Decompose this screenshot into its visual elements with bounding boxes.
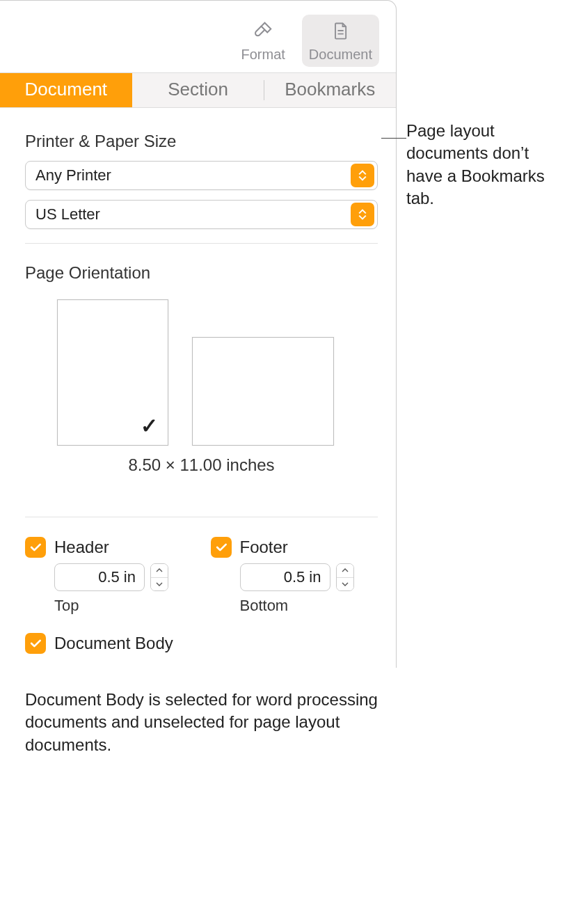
- document-label: Document: [309, 47, 372, 63]
- inspector-tabs: Document Section Bookmarks: [0, 72, 396, 108]
- footer-margin-stepper[interactable]: [336, 563, 354, 591]
- bottom-label: Bottom: [240, 597, 378, 615]
- paper-value: US Letter: [35, 205, 100, 224]
- divider: [25, 243, 378, 244]
- header-margin-stepper[interactable]: [150, 563, 168, 591]
- inspector-toolbar: Format Document: [0, 1, 396, 72]
- footer-label: Footer: [240, 538, 288, 557]
- chevron-down-icon: [151, 577, 168, 591]
- printer-popup[interactable]: Any Printer: [25, 161, 378, 190]
- footer-margin-input[interactable]: 0.5 in: [240, 563, 330, 591]
- checkmark-icon: ✓: [141, 414, 158, 438]
- updown-arrows-icon: [351, 164, 374, 187]
- document-body-checkbox[interactable]: [25, 633, 46, 654]
- document-toolbar-button[interactable]: Document: [302, 15, 379, 67]
- header-margin-input[interactable]: 0.5 in: [54, 563, 145, 591]
- callout-bookmarks: Page layout documents don’t have a Bookm…: [406, 120, 566, 210]
- header-label: Header: [54, 538, 109, 557]
- printer-paper-heading: Printer & Paper Size: [25, 132, 378, 151]
- paper-size-popup[interactable]: US Letter: [25, 200, 378, 229]
- tab-bookmarks[interactable]: Bookmarks: [264, 73, 396, 107]
- page-dimensions: 8.50 × 11.00 inches: [25, 455, 378, 475]
- orientation-landscape-button[interactable]: [192, 337, 334, 446]
- footer-margin-value: 0.5 in: [284, 568, 321, 586]
- footer-checkbox[interactable]: [211, 537, 232, 558]
- orientation-portrait-button[interactable]: ✓: [57, 299, 168, 446]
- document-icon: [328, 19, 352, 42]
- printer-value: Any Printer: [35, 166, 111, 185]
- format-label: Format: [241, 47, 285, 63]
- tab-section[interactable]: Section: [132, 73, 264, 107]
- brush-icon: [251, 19, 275, 42]
- callout-leader: [381, 138, 406, 139]
- header-margin-value: 0.5 in: [98, 568, 136, 586]
- top-label: Top: [54, 597, 193, 615]
- document-inspector-panel: Format Document Document Section Bookmar…: [0, 0, 397, 668]
- divider: [25, 517, 378, 517]
- updown-arrows-icon: [351, 203, 374, 226]
- chevron-up-icon: [151, 564, 168, 577]
- orientation-choices: ✓: [57, 299, 378, 446]
- chevron-up-icon: [337, 564, 353, 577]
- format-toolbar-button[interactable]: Format: [234, 15, 292, 67]
- callout-document-body: Document Body is selected for word proce…: [25, 689, 415, 756]
- chevron-down-icon: [337, 577, 353, 591]
- header-checkbox[interactable]: [25, 537, 46, 558]
- orientation-heading: Page Orientation: [25, 263, 378, 283]
- inspector-content: Printer & Paper Size Any Printer US Lett…: [0, 108, 396, 668]
- document-body-label: Document Body: [54, 634, 173, 653]
- header-footer-row: Header 0.5 in Top: [25, 537, 378, 615]
- tab-document[interactable]: Document: [0, 73, 132, 107]
